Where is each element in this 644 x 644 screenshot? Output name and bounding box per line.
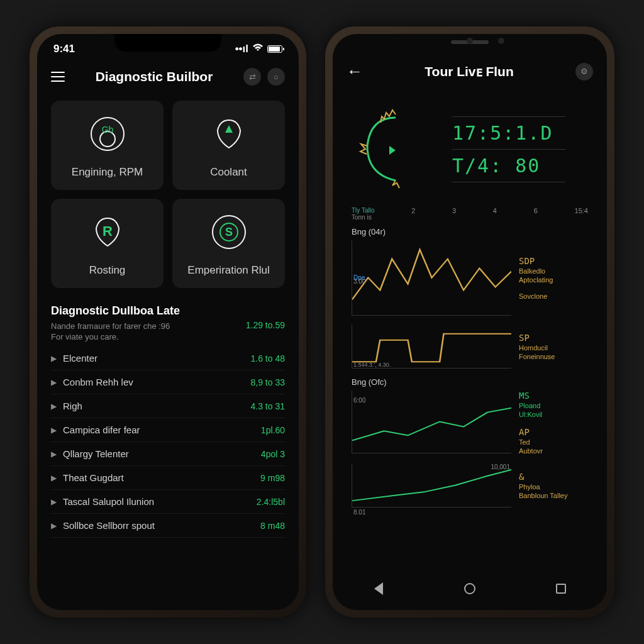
reading-1: 17:5:1.D (452, 122, 565, 144)
list-value: 4pol 3 (261, 449, 285, 459)
back-icon[interactable]: ← (347, 62, 363, 81)
play-icon: ▶ (51, 521, 57, 530)
play-icon: ▶ (51, 378, 57, 387)
nav-recent[interactable] (548, 576, 574, 601)
chart-plot: Dpe 3.00' (352, 240, 511, 316)
tile-coolant[interactable]: Coolant (172, 101, 285, 190)
diagnostic-section: Diagnostic Dullboa Late Nande framaure f… (37, 293, 299, 347)
svg-point-3 (228, 128, 230, 130)
signal-icon: ••ıl (235, 43, 248, 55)
section-subtitle-2: For viate you care. (51, 332, 285, 341)
page-title: Tour Livᴇ Flun (425, 64, 513, 79)
nav-home[interactable] (457, 576, 482, 601)
page-title: Diagnostic Builbor (96, 69, 213, 84)
header-actions: ⇄ ○ (243, 68, 285, 86)
chart-plot: 10,001 8.01 (352, 464, 511, 508)
tile-label: Engining, RPM (72, 166, 143, 179)
status-time: 9:41 (53, 43, 75, 55)
play-icon: ▶ (51, 474, 57, 482)
app-header: Diagnostic Builbor ⇄ ○ (37, 58, 299, 96)
tile-label: Emperiration Rlul (187, 264, 269, 277)
status-icons: ••ıl (235, 43, 282, 55)
chart-plot: 6:00 (352, 391, 511, 453)
tile-label: Rosting (89, 264, 126, 277)
list-label: Sollbce Sellborr spout (63, 520, 155, 531)
chart-plot: 1.544.3.', 4.30. (352, 325, 511, 369)
list-item[interactable]: ▶Elcenter1.6 to 48 (51, 347, 285, 370)
notch (114, 34, 221, 52)
battery-icon (267, 45, 282, 53)
gauge-icon (352, 105, 440, 193)
legend-item: SP Homducil Foneinnuse (519, 333, 588, 360)
phone-right: ← Tour Livᴇ Flun ⚙ 17:5:1.D T/4: 80 T (325, 26, 614, 618)
tile-engine-rpm[interactable]: Gb Engining, RPM (51, 101, 164, 190)
list-item[interactable]: ▶Sollbce Sellborr spout8 m48 (51, 514, 285, 538)
list-item[interactable]: ▶Righ4.3 to 31 (51, 394, 285, 418)
axis-tick: 4 (493, 207, 497, 221)
list-label: Tascal Salupol Ilunion (63, 496, 154, 507)
tile-grid: Gb Engining, RPM Coolant R Rosting S (37, 96, 299, 293)
more-icon[interactable]: ○ (267, 68, 285, 86)
svg-text:Gb: Gb (101, 125, 113, 135)
legend-item: & Phyloa Banbloun Talley (519, 472, 588, 499)
play-icon: ▶ (51, 497, 57, 506)
coolant-icon (207, 112, 251, 156)
axis-tick: 3 (452, 207, 456, 221)
nav-back[interactable] (366, 576, 391, 601)
list-label: Righ (63, 401, 82, 411)
screen-left: 9:41 ••ıl Diagnostic Builbor ⇄ ○ Gb (37, 34, 299, 610)
rosting-icon: R (86, 210, 130, 254)
list-label: Campica difer fear (63, 425, 140, 435)
chart-3: Bng (Ofc) 6:00 MS Ploand Ul:Kovil AP (333, 371, 607, 457)
chart-1: Bng (04r) Dpe 3.00' SDP Balkedlo Aptocla… (333, 221, 607, 318)
list-item[interactable]: ▶Theat Gugdart9 m98 (51, 466, 285, 490)
screen-right: ← Tour Livᴇ Flun ⚙ 17:5:1.D T/4: 80 T (333, 34, 607, 610)
play-icon: ▶ (51, 450, 57, 458)
list-value: 2.4:l5bl (257, 497, 285, 507)
chart-axis: Tly Tallo Tonn is 2 3 4 6 15:4 (333, 207, 607, 221)
list-value: 8,9 to 33 (251, 377, 286, 387)
list-label: Conbm Rehh lev (63, 377, 133, 387)
section-value: 1.29 to.59 (246, 320, 285, 330)
tile-emperiration[interactable]: S Emperiration Rlul (172, 199, 285, 288)
list-value: 8 m48 (260, 521, 285, 531)
list-value: 1pl.60 (261, 425, 285, 435)
y-tick: 10,001 (491, 464, 510, 470)
list-item[interactable]: ▶Campica difer fear1pl.60 (51, 418, 285, 442)
play-icon: ▶ (51, 402, 57, 411)
engine-icon: Gb (86, 112, 130, 156)
list-item[interactable]: ▶Tascal Salupol Ilunion2.4:l5bl (51, 490, 285, 514)
gauge-panel: 17:5:1.D T/4: 80 (333, 91, 607, 207)
y-tick: 1.544.3.', 4.30. (353, 362, 391, 368)
list-value: 4.3 to 31 (251, 401, 286, 411)
chart-2: 1.544.3.', 4.30. SP Homducil Foneinnuse (333, 318, 607, 371)
tile-rosting[interactable]: R Rosting (51, 199, 164, 288)
tile-label: Coolant (210, 166, 247, 179)
legend-item: SDP Balkedlo Aptoclating (519, 256, 588, 284)
android-nav (333, 567, 607, 610)
gauge-readings: 17:5:1.D T/4: 80 (452, 105, 565, 193)
axis-tick: 6 (534, 207, 538, 221)
hamburger-icon[interactable] (51, 72, 65, 82)
chart-title: Bng (Ofc) (352, 377, 588, 387)
chart-4: 10,001 8.01 & Phyloa Banbloun Talley (333, 457, 607, 510)
list-value: 9 m98 (260, 473, 285, 483)
sync-icon[interactable]: ⇄ (243, 68, 261, 86)
wifi-icon (252, 43, 264, 55)
divider (452, 116, 565, 117)
legend-item: AP Ted Aubtovr (519, 427, 588, 455)
y-tick: 3.00' (353, 278, 367, 285)
play-icon: ▶ (51, 354, 57, 363)
divider (452, 149, 565, 150)
list-item[interactable]: ▶Conbm Rehh lev8,9 to 33 (51, 370, 285, 394)
section-title: Diagnostic Dullboa Late (51, 304, 285, 318)
app-header: ← Tour Livᴇ Flun ⚙ (333, 52, 607, 91)
chart-title: Bng (04r) (352, 227, 588, 236)
chart-legend: & Phyloa Banbloun Talley (519, 464, 588, 508)
legend-item: Sovclone (519, 292, 588, 300)
axis-tick: 15:4 (575, 207, 588, 221)
settings-icon[interactable]: ⚙ (575, 63, 593, 80)
list-item[interactable]: ▶Qllargy Telenter4pol 3 (51, 442, 285, 466)
diagnostic-list: ▶Elcenter1.6 to 48 ▶Conbm Rehh lev8,9 to… (37, 347, 299, 538)
axis-tick: 2 (411, 207, 415, 221)
